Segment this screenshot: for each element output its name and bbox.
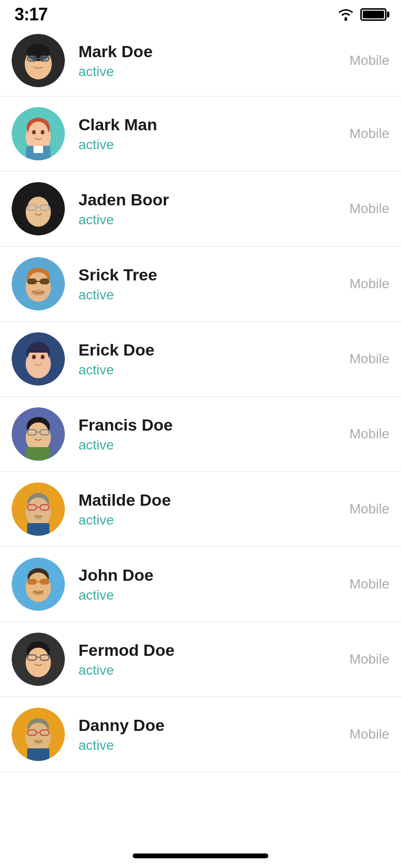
contact-item[interactable]: Erick Doe active Mobile (0, 322, 401, 397)
contact-info: Jaden Boor active (78, 190, 350, 228)
contact-device: Mobile (350, 276, 389, 292)
contact-name: Jaden Boor (78, 190, 350, 209)
contact-status: active (78, 212, 350, 228)
contact-avatar (12, 257, 65, 310)
contact-info: Mark Doe active (78, 42, 350, 79)
contact-name: Danny Doe (78, 716, 350, 735)
contact-info: Clark Man active (78, 115, 350, 153)
svg-point-8 (29, 56, 35, 61)
svg-point-38 (41, 355, 45, 359)
svg-rect-60 (27, 579, 37, 585)
contact-name: Francis Doe (78, 416, 350, 434)
contact-device: Mobile (350, 651, 389, 667)
contact-name: Mark Doe (78, 42, 350, 61)
contact-item[interactable]: Matilde Doe active Mobile (0, 472, 401, 547)
contact-name: John Doe (78, 566, 350, 585)
contact-device: Mobile (350, 727, 389, 742)
contact-avatar (12, 708, 65, 761)
contact-avatar (12, 407, 65, 461)
contact-name: Erick Doe (78, 341, 350, 359)
contact-info: Fermod Doe active (78, 641, 350, 678)
contact-device: Mobile (350, 576, 389, 592)
svg-point-15 (41, 130, 45, 135)
home-indicator (133, 853, 268, 858)
contact-avatar (12, 182, 65, 235)
contact-item[interactable]: Srick Tree active Mobile (0, 247, 401, 322)
contact-item[interactable]: Jaden Boor active Mobile (0, 171, 401, 247)
contact-name: Fermod Doe (78, 641, 350, 660)
contact-avatar (12, 332, 65, 386)
contact-avatar (12, 633, 65, 686)
contact-info: Srick Tree active (78, 265, 350, 303)
contact-avatar (12, 34, 65, 87)
svg-point-0 (344, 18, 347, 21)
contact-status: active (78, 738, 350, 753)
svg-point-9 (41, 56, 48, 61)
contact-item[interactable]: John Doe active Mobile (0, 547, 401, 622)
contact-device: Mobile (350, 501, 389, 517)
contact-device: Mobile (350, 53, 389, 68)
svg-rect-46 (26, 447, 50, 461)
contact-avatar (12, 558, 65, 611)
svg-point-14 (32, 130, 36, 135)
contact-item[interactable]: Fermod Doe active Mobile (0, 622, 401, 697)
contact-device: Mobile (350, 201, 389, 217)
svg-rect-29 (27, 279, 37, 284)
contact-status: active (78, 663, 350, 678)
contact-list: Mark Doe active Mobile Clark Man active … (0, 0, 401, 772)
contact-status: active (78, 588, 350, 603)
battery-icon (360, 8, 386, 21)
contact-name: Srick Tree (78, 265, 350, 284)
contact-info: Francis Doe active (78, 416, 350, 453)
contact-info: Matilde Doe active (78, 491, 350, 528)
status-bar: 3:17 (0, 0, 401, 29)
contact-info: John Doe active (78, 566, 350, 603)
svg-rect-30 (40, 279, 49, 284)
contact-device: Mobile (350, 426, 389, 442)
contact-status: active (78, 512, 350, 528)
contact-status: active (78, 64, 350, 79)
wifi-icon (337, 8, 355, 21)
contact-avatar (12, 107, 65, 160)
contact-status: active (78, 287, 350, 303)
contact-item[interactable]: Clark Man active Mobile (0, 96, 401, 171)
contact-item[interactable]: Francis Doe active Mobile (0, 397, 401, 472)
svg-rect-61 (40, 579, 49, 585)
status-icons (337, 8, 386, 21)
contact-device: Mobile (350, 351, 389, 367)
contact-info: Erick Doe active (78, 341, 350, 378)
contact-name: Matilde Doe (78, 491, 350, 510)
contact-status: active (78, 362, 350, 378)
svg-rect-79 (27, 748, 49, 761)
contact-name: Clark Man (78, 115, 350, 134)
contact-item[interactable]: Danny Doe active Mobile (0, 697, 401, 772)
svg-rect-17 (33, 146, 43, 153)
contact-device: Mobile (350, 126, 389, 141)
contact-status: active (78, 137, 350, 153)
contact-avatar (12, 482, 65, 536)
status-time: 3:17 (15, 4, 47, 25)
svg-point-37 (32, 355, 36, 359)
contact-status: active (78, 437, 350, 453)
svg-rect-55 (27, 523, 49, 536)
contact-info: Danny Doe active (78, 716, 350, 753)
